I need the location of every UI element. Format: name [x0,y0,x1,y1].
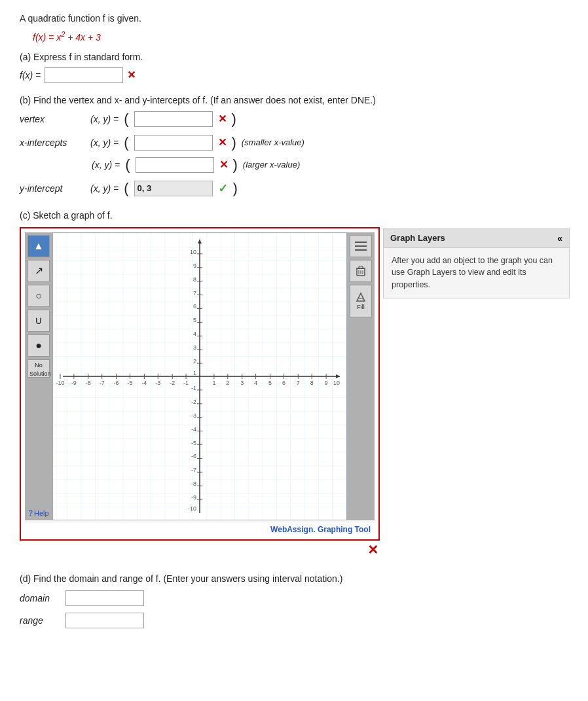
help-label: Help [34,509,49,517]
cursor-tool[interactable]: ▲ [28,235,50,257]
xint-large-label: (larger x-value) [243,160,300,170]
fill-btn[interactable]: Fill [350,285,372,317]
svg-text:-6: -6 [114,380,119,386]
gl-header: Graph Layers « [384,229,569,248]
graph-area[interactable]: -10 -9 -8 -7 -6 -5 -4 -3 -2 -1 1 [52,232,347,520]
svg-rect-83 [355,242,367,243]
vertex-xmark: ✕ [218,113,227,125]
equation: f(x) = x2 + 4x + 3 [33,30,568,43]
no-solution-btn[interactable]: NoSolution [28,359,50,378]
xint-xy-label2: (x, y) = [92,160,120,170]
right-panel: Fill [347,232,375,520]
yint-paren-open: ( [124,180,128,197]
svg-text:7: 7 [193,289,196,296]
xint-paren-close: ) [232,134,236,151]
xint-large-row: (x, y) = ( ✕ ) (larger x-value) [92,156,568,173]
vertex-paren-open: ( [124,111,128,128]
vertex-xy-label: (x, y) = [90,114,119,124]
svg-text:6: 6 [282,380,285,386]
fx-label: f(x) = [20,70,41,81]
xint-large-input[interactable] [136,157,214,173]
svg-text:-2: -2 [191,398,196,404]
svg-text:-7: -7 [100,380,105,386]
xint-xy-label: (x, y) = [90,137,119,148]
yint-row: y-intercept (x, y) = ( ✓ ) [20,180,568,197]
svg-text:4: 4 [193,331,196,337]
svg-text:9: 9 [193,262,196,268]
svg-text:4: 4 [254,380,257,386]
svg-text:-1: -1 [183,380,189,386]
svg-text:-9: -9 [191,494,196,501]
svg-rect-84 [355,245,367,247]
svg-text:-9: -9 [71,380,77,386]
svg-text:-5: -5 [128,380,133,386]
svg-text:-10: -10 [188,505,196,512]
graph-close-btn[interactable]: ✕ [367,542,378,558]
line-tool[interactable]: ↗ [28,260,50,282]
xint-small-row: x-intercepts (x, y) = ( ✕ ) (smaller x-v… [20,134,568,151]
svg-text:9: 9 [325,380,328,386]
range-label: range [20,615,59,626]
vertex-label: vertex [20,114,85,124]
svg-text:2: 2 [226,380,229,386]
svg-text:-3: -3 [191,412,196,418]
graph-layers-panel: Graph Layers « After you add an object t… [383,228,570,298]
xint-small-xmark: ✕ [218,136,227,149]
svg-text:7: 7 [297,380,300,386]
footer-tool: Graphing Tool [318,525,371,534]
domain-label: domain [20,593,59,603]
graph-container: ▲ ↗ ○ ∪ ● NoSolution ? Help [20,227,380,541]
problem-container: A quadratic function f is given. f(x) = … [20,13,568,628]
yint-xy-label: (x, y) = [90,183,119,194]
gl-collapse-btn[interactable]: « [557,233,562,243]
yint-paren-close: ) [233,180,238,197]
part-a-label: (a) Express f in standard form. [20,52,568,62]
svg-text:-7: -7 [191,467,196,473]
webassign-brand: WebAssign [270,525,313,534]
parabola-tool[interactable]: ∪ [28,310,50,332]
svg-text:8: 8 [193,276,196,282]
range-input[interactable] [65,613,144,628]
svg-text:1: 1 [212,380,215,386]
svg-text:5: 5 [268,380,272,386]
graph-layers-icon[interactable] [350,235,372,257]
vertex-paren-close: ) [232,111,236,128]
xint-small-label: (smaller x-value) [242,137,304,147]
xint-paren-open2: ( [125,156,130,173]
svg-text:10: 10 [190,249,196,255]
svg-text:-10: -10 [56,380,65,386]
trash-icon-btn[interactable] [350,260,372,282]
svg-text:-6: -6 [191,453,196,459]
domain-row: domain [20,590,568,606]
svg-text:-8: -8 [191,480,196,487]
svg-text:3: 3 [193,344,196,351]
domain-input[interactable] [65,590,144,606]
part-a-input[interactable] [45,67,123,83]
part-a-row: f(x) = ✕ [20,67,568,83]
svg-text:3: 3 [240,380,244,386]
svg-text:6: 6 [193,303,196,310]
help-icon: ? [28,509,33,518]
svg-text:-4: -4 [141,380,147,386]
footer-dot: . [313,525,318,534]
xint-small-input[interactable] [134,135,213,151]
circle-tool[interactable]: ○ [28,285,50,307]
svg-text:2: 2 [193,358,196,365]
point-tool[interactable]: ● [28,334,50,357]
yint-input[interactable] [134,181,213,196]
svg-text:-4: -4 [191,425,196,432]
part-d-label: (d) Find the domain and range of f. (Ent… [20,573,568,584]
svg-text:-5: -5 [191,439,196,446]
svg-text:-8: -8 [86,380,91,386]
help-link[interactable]: ? Help [28,509,48,518]
svg-text:-3: -3 [155,380,160,386]
svg-text:1: 1 [193,370,196,376]
webassign-footer: WebAssign. Graphing Tool [25,522,375,535]
xint-label: x-intercepts [20,137,85,148]
tools-panel: ▲ ↗ ○ ∪ ● NoSolution ? Help [25,232,52,520]
graph-section: ▲ ↗ ○ ∪ ● NoSolution ? Help [20,227,568,541]
part-b-label: (b) Find the vertex and x- and y-interce… [20,95,568,105]
gl-body: After you add an object to the graph you… [384,248,569,298]
vertex-input[interactable] [134,111,213,127]
xint-paren-close2: ) [233,156,238,173]
